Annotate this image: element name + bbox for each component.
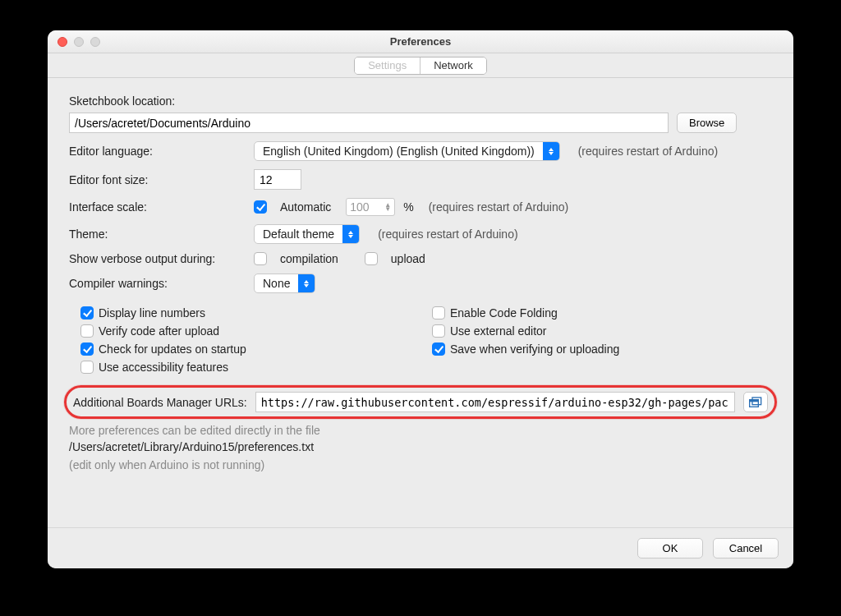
more-prefs-hint: More preferences can be edited directly … [69, 424, 772, 437]
external-editor-checkbox[interactable] [432, 324, 445, 338]
chevron-updown-icon [342, 225, 359, 243]
line-numbers-checkbox[interactable] [80, 306, 94, 319]
dialog-footer: OK Cancel [48, 527, 793, 568]
ok-button[interactable]: OK [637, 538, 703, 559]
tab-settings[interactable]: Settings [355, 57, 420, 74]
stepper-icon: ▲▼ [384, 203, 391, 211]
compiler-warnings-label: Compiler warnings: [69, 277, 246, 290]
window-title: Preferences [48, 35, 793, 48]
verbose-label: Show verbose output during: [69, 252, 246, 265]
theme-value: Default theme [263, 228, 334, 241]
editor-language-label: Editor language: [69, 145, 246, 158]
browse-button[interactable]: Browse [677, 113, 737, 133]
sketchbook-label: Sketchbook location: [69, 94, 772, 108]
compiler-warnings-value: None [263, 277, 290, 290]
chevron-updown-icon [543, 142, 559, 160]
code-folding-label: Enable Code Folding [450, 306, 558, 319]
accessibility-checkbox[interactable] [80, 361, 94, 374]
chevron-updown-icon [298, 274, 315, 292]
prefs-file-path: /Users/acretet/Library/Arduino15/prefere… [69, 440, 772, 453]
theme-select[interactable]: Default theme [254, 224, 360, 244]
scale-percent-input[interactable]: 100 ▲▼ [346, 198, 395, 216]
compilation-label: compilation [280, 252, 338, 265]
save-on-verify-checkbox[interactable] [432, 342, 445, 356]
upload-checkbox[interactable] [365, 252, 378, 265]
accessibility-label: Use accessibility features [99, 361, 228, 374]
language-restart-hint: (requires restart of Arduino) [578, 145, 718, 158]
settings-panel: Sketchbook location: Browse Editor langu… [48, 78, 793, 527]
edit-only-hint: (edit only when Arduino is not running) [69, 458, 772, 471]
font-size-label: Editor font size: [69, 173, 246, 186]
automatic-label: Automatic [280, 200, 331, 214]
automatic-scale-checkbox[interactable] [254, 200, 267, 214]
upload-label: upload [391, 252, 425, 265]
preferences-window: Preferences Settings Network Sketchbook … [48, 30, 793, 568]
verify-after-upload-label: Verify code after upload [99, 324, 219, 338]
code-folding-checkbox[interactable] [432, 306, 445, 319]
check-updates-checkbox[interactable] [80, 342, 94, 356]
open-urls-dialog-button[interactable] [743, 392, 768, 412]
tab-network[interactable]: Network [420, 57, 486, 74]
line-numbers-label: Display line numbers [99, 306, 205, 319]
percent-label: % [403, 200, 413, 214]
theme-restart-hint: (requires restart of Arduino) [378, 228, 517, 241]
boards-url-label: Additional Boards Manager URLs: [73, 396, 247, 409]
titlebar: Preferences [48, 30, 793, 53]
theme-label: Theme: [69, 228, 246, 241]
interface-scale-label: Interface scale: [69, 200, 246, 214]
font-size-input[interactable] [254, 169, 301, 190]
tab-segmented-control: Settings Network [354, 57, 487, 75]
boards-url-row: Additional Boards Manager URLs: [64, 385, 777, 419]
editor-language-select[interactable]: English (United Kingdom) (English (Unite… [254, 141, 560, 161]
boards-url-input[interactable] [255, 392, 735, 412]
save-on-verify-label: Save when verifying or uploading [450, 342, 619, 356]
external-editor-label: Use external editor [450, 324, 547, 338]
editor-language-value: English (United Kingdom) (English (Unite… [263, 145, 535, 158]
scale-value: 100 [350, 200, 369, 214]
svg-rect-1 [750, 399, 759, 402]
tab-bar: Settings Network [48, 53, 793, 78]
cancel-button[interactable]: Cancel [713, 538, 779, 559]
window-stack-icon [749, 397, 762, 408]
verify-after-upload-checkbox[interactable] [80, 324, 94, 338]
sketchbook-path-input[interactable] [69, 113, 669, 133]
scale-restart-hint: (requires restart of Arduino) [429, 200, 568, 214]
check-updates-label: Check for updates on startup [99, 342, 246, 356]
compiler-warnings-select[interactable]: None [254, 274, 315, 293]
compilation-checkbox[interactable] [254, 252, 267, 265]
